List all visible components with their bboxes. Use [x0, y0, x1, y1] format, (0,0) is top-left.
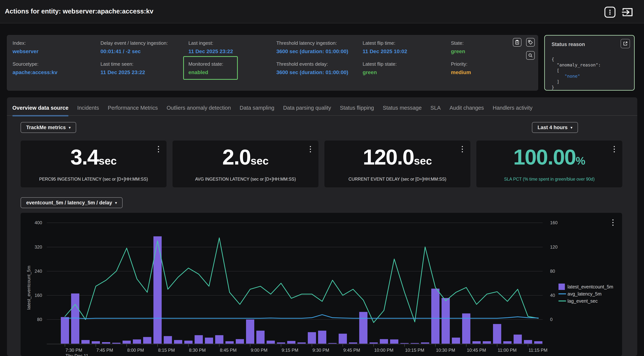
status-reason-json: { "anomaly_reason": [ "none" ]} — [552, 57, 601, 90]
kpi-card: 2.0secAVG INGESTION LATENCY (sec or [D+]… — [172, 141, 318, 187]
page-title: Actions for entity: webserver:apache:acc… — [5, 8, 154, 15]
svg-text:7:45 PM: 7:45 PM — [96, 347, 113, 353]
page: Actions for entity: webserver:apache:acc… — [0, 0, 644, 356]
entity-field-value: 11 Dec 2025 10:02 — [362, 49, 449, 55]
svg-text:11:15 PM: 11:15 PM — [528, 347, 548, 353]
metrics-dropdown-label: TrackMe metrics — [26, 125, 66, 130]
timeseries-chart-panel: 4001603201202408016040800latest_eventcou… — [20, 213, 622, 356]
svg-text:Thu Dec 11: Thu Dec 11 — [66, 353, 88, 356]
open-in-new-icon[interactable] — [620, 39, 630, 48]
search-icon[interactable] — [526, 51, 535, 60]
tab-bar: Overview data sourceIncidentsPerformance… — [12, 105, 532, 116]
kpi-value: 3.4sec — [20, 145, 166, 169]
chart-series-label: eventcount_5m / latency_5m / delay — [26, 200, 112, 206]
svg-text:9:15 PM: 9:15 PM — [282, 347, 298, 353]
entity-field: Threshold events delay:3600 sec (duratio… — [276, 61, 362, 76]
tag-icon[interactable] — [526, 38, 535, 47]
tab-data-parsing-quality[interactable]: Data parsing quality — [283, 105, 331, 116]
entity-field: Threshold latency ingestion:3600 sec (du… — [276, 40, 362, 55]
entity-field: Delay event / latency ingestion:00:01:41… — [100, 40, 186, 55]
status-reason-title: Status reason — [552, 42, 585, 47]
svg-text:10:30 PM: 10:30 PM — [436, 347, 455, 353]
boxed-kebab-menu-icon[interactable] — [604, 6, 616, 19]
metrics-dropdown[interactable]: TrackMe metrics ▾ — [20, 122, 76, 133]
svg-text:latest_eventcount_5m: latest_eventcount_5m — [568, 284, 613, 289]
entity-field: Latest flip time:11 Dec 2025 10:02 — [362, 40, 449, 55]
kpi-card: 3.4secPERC95 INGESTION LATENCY (sec or [… — [20, 141, 166, 187]
svg-text:0: 0 — [550, 317, 552, 322]
header: Actions for entity: webserver:apache:acc… — [0, 0, 644, 24]
svg-text:320: 320 — [34, 244, 42, 249]
kpi-caption: CURRENT EVENT DELAY (sec or [D+]HH:MM:SS… — [324, 177, 470, 182]
entity-field-label: Delay event / latency ingestion: — [100, 40, 186, 46]
chevron-down-icon: ▾ — [69, 125, 71, 130]
entity-field-value: 11 Dec 2025 23:22 — [188, 49, 274, 55]
svg-text:80: 80 — [550, 269, 555, 274]
kpi-caption: AVG INGESTION LATENCY (sec or [D+]HH:MM:… — [172, 177, 318, 182]
time-range-label: Last 4 hours — [538, 125, 568, 130]
entity-field: State:green — [451, 40, 537, 55]
svg-text:8:30 PM: 8:30 PM — [189, 347, 206, 353]
tab-data-sampling[interactable]: Data sampling — [240, 105, 274, 116]
tab-outliers-anomaly-detection[interactable]: Outliers anomaly detection — [166, 105, 231, 116]
svg-text:40: 40 — [550, 293, 555, 298]
svg-text:120: 120 — [550, 244, 558, 249]
svg-text:7:30 PM: 7:30 PM — [66, 347, 82, 353]
time-range-dropdown[interactable]: Last 4 hours ▾ — [532, 122, 578, 133]
tab-handlers-activity[interactable]: Handlers activity — [493, 105, 532, 116]
svg-text:9:00 PM: 9:00 PM — [251, 347, 267, 353]
svg-text:avg_latency_5m: avg_latency_5m — [568, 291, 602, 296]
entity-field-label: Threshold events delay: — [276, 61, 362, 67]
kpi-kebab-menu-icon[interactable] — [612, 145, 617, 153]
entity-field-value: enabled — [188, 70, 274, 76]
entity-field-label: Latest flip state: — [362, 61, 449, 67]
entity-field-value: medium — [451, 70, 537, 76]
kpi-kebab-menu-icon[interactable] — [460, 145, 465, 153]
svg-text:9:45 PM: 9:45 PM — [343, 347, 360, 353]
kpi-card: 100.00%SLA PCT (% time spent in green/bl… — [476, 141, 622, 187]
kpi-kebab-menu-icon[interactable] — [308, 145, 313, 153]
entity-field-value: green — [362, 70, 449, 76]
kpi-card: 120.0secCURRENT EVENT DELAY (sec or [D+]… — [324, 141, 470, 187]
tab-status-flipping[interactable]: Status flipping — [340, 105, 374, 116]
entity-field-value: 3600 sec (duration: 01:00:00) — [276, 70, 362, 76]
svg-text:10:15 PM: 10:15 PM — [405, 347, 424, 353]
svg-text:400: 400 — [34, 220, 42, 225]
entity-field: Monitored state:enabled — [188, 61, 274, 76]
status-reason-panel: Status reason { "anomaly_reason": [ "non… — [544, 35, 635, 91]
entity-field: Latest flip state:green — [362, 61, 449, 76]
exit-icon[interactable] — [621, 6, 634, 19]
svg-text:lag_event_sec: lag_event_sec — [568, 298, 598, 304]
entity-field-value: 00:01:41 / -2 sec — [100, 49, 186, 55]
clipboard-icon[interactable] — [513, 38, 522, 47]
kpi-caption: PERC95 INGESTION LATENCY (sec or [D+]HH:… — [20, 177, 166, 182]
chart-kebab-menu-icon[interactable] — [610, 218, 616, 227]
entity-field-label: Index: — [12, 40, 98, 46]
entity-field-label: Last time seen: — [100, 61, 186, 67]
entity-field: Priority:medium — [451, 61, 537, 76]
svg-text:80: 80 — [37, 317, 42, 322]
chart-series-dropdown[interactable]: eventcount_5m / latency_5m / delay ▾ — [20, 197, 122, 208]
kpi-kebab-menu-icon[interactable] — [156, 145, 161, 153]
entity-field-value: webserver — [12, 49, 98, 55]
tab-sla[interactable]: SLA — [430, 105, 441, 116]
chart-legend: latest_eventcount_5mavg_latency_5mlag_ev… — [558, 283, 613, 304]
tab-audit-changes[interactable]: Audit changes — [450, 105, 484, 116]
entity-field-value: 11 Dec 2025 23:22 — [100, 70, 186, 76]
svg-text:8:15 PM: 8:15 PM — [158, 347, 175, 353]
entity-summary-panel: Index:webserverSourcetype:apache:access:… — [7, 35, 538, 91]
svg-text:240: 240 — [34, 269, 42, 274]
entity-field-value: 3600 sec (duration: 01:00:00) — [276, 49, 362, 55]
entity-field-label: State: — [451, 40, 537, 46]
entity-field: Last ingest:11 Dec 2025 23:22 — [188, 40, 274, 55]
kpi-value: 100.00% — [476, 145, 622, 169]
svg-text:160: 160 — [34, 293, 42, 298]
tab-status-message[interactable]: Status message — [383, 105, 422, 116]
tab-performance-metrics[interactable]: Performance Metrics — [108, 105, 158, 116]
svg-text:160: 160 — [550, 220, 558, 225]
tab-overview-data-source[interactable]: Overview data source — [12, 105, 68, 116]
svg-text:8:00 PM: 8:00 PM — [127, 347, 144, 353]
tab-incidents[interactable]: Incidents — [77, 105, 99, 116]
entity-field-label: Last ingest: — [188, 40, 274, 46]
chevron-down-icon: ▾ — [115, 201, 117, 205]
